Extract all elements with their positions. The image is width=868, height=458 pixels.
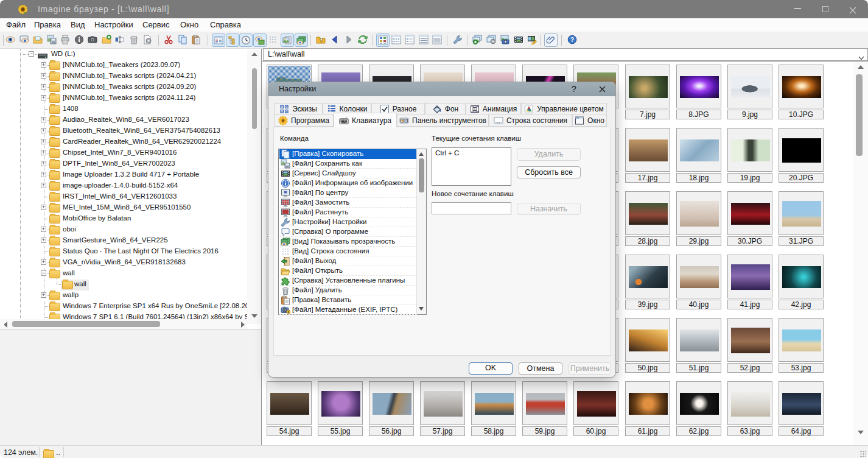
svg-text:1: 1 [474,107,475,110]
svg-text:?: ? [570,37,574,43]
